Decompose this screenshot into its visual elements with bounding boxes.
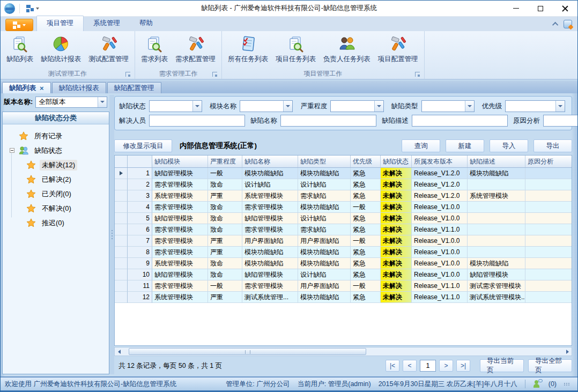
doc-tab-defect-list[interactable]: 缺陷列表 ×	[2, 82, 51, 93]
export-button[interactable]: 导出	[533, 139, 572, 152]
defect-type-filter[interactable]	[421, 100, 475, 112]
table-cell[interactable]: 需求管理模块	[242, 202, 298, 213]
table-cell[interactable]: 需求管理模块	[152, 235, 208, 247]
column-header[interactable]: 原因分析	[525, 156, 572, 167]
dropdown-button[interactable]	[192, 101, 202, 112]
table-cell[interactable]	[525, 280, 572, 292]
table-cell[interactable]: 测试系统管理模块...	[468, 292, 525, 303]
table-cell[interactable]: 紧急	[351, 179, 381, 190]
horizontal-scrollbar[interactable]	[114, 347, 572, 356]
table-cell[interactable]: 未解决	[381, 292, 412, 303]
table-cell[interactable]	[525, 247, 572, 258]
table-cell[interactable]	[468, 179, 525, 190]
resolver-input[interactable]	[149, 115, 245, 127]
table-cell[interactable]: 需求管理模块	[242, 224, 298, 235]
dialog-launcher-icon[interactable]	[212, 72, 217, 77]
table-cell[interactable]: 紧急	[351, 190, 381, 202]
ribbon-button-project-tasks[interactable]: 项目任务列表	[273, 33, 318, 65]
table-cell[interactable]: 系统管理模块	[468, 190, 525, 202]
table-row[interactable]: 8需求管理模块严重模块功能缺陷模块功能缺陷紧急未解决Release_V1.0.0	[115, 247, 572, 258]
table-cell[interactable]: 需求管理模块	[152, 280, 208, 292]
table-cell[interactable]: 未解决	[381, 235, 412, 247]
table-cell[interactable]	[525, 235, 572, 247]
table-cell[interactable]: 模块功能缺陷	[242, 168, 298, 179]
table-cell[interactable]: 需求管理模块	[152, 224, 208, 235]
table-cell[interactable]: 用户界面缺陷	[298, 280, 351, 292]
table-row[interactable]: 11需求管理模块一般需求管理模块用户界面缺陷一般未解决Release_V1.1.…	[115, 280, 572, 292]
import-button[interactable]: 导入	[490, 139, 528, 152]
column-header[interactable]: 缺陷描述	[468, 156, 525, 167]
table-cell[interactable]: 紧急	[351, 213, 381, 224]
prev-page-button[interactable]: <	[403, 360, 417, 372]
table-cell[interactable]: 未解决	[381, 224, 412, 235]
table-cell[interactable]: 需求管理模块	[242, 280, 298, 292]
help-icon[interactable]	[564, 20, 572, 28]
table-cell[interactable]: 模块功能缺陷	[242, 247, 298, 258]
ribbon-button-all-tasks[interactable]: 所有任务列表	[225, 33, 271, 65]
tree-item-closed[interactable]: 已关闭(0)	[10, 187, 109, 201]
table-cell[interactable]: 设计缺陷	[298, 269, 351, 280]
table-cell[interactable]: 紧急	[351, 258, 381, 269]
table-row[interactable]: 4需求管理模块致命需求管理模块模块功能缺陷一般未解决Release_V1.0.0	[115, 202, 572, 213]
table-cell[interactable]: 严重	[208, 235, 242, 247]
table-cell[interactable]: 缺陷管理模块	[152, 213, 208, 224]
application-menu-button[interactable]	[5, 19, 33, 31]
table-cell[interactable]: 模块功能缺陷	[468, 168, 525, 179]
table-cell[interactable]	[525, 292, 572, 303]
table-cell[interactable]: 缺陷管理模块	[152, 269, 208, 280]
table-cell[interactable]	[525, 190, 572, 202]
table-cell[interactable]: 未解决	[381, 269, 412, 280]
table-cell[interactable]: 需求管理模块	[152, 247, 208, 258]
table-cell[interactable]: 致命	[208, 269, 242, 280]
column-header[interactable]: 缺陷状态	[381, 156, 412, 167]
table-cell[interactable]: 严重	[208, 247, 242, 258]
scrollbar-thumb[interactable]	[129, 348, 366, 355]
table-cell[interactable]: Release_V1.0.0	[412, 258, 468, 269]
table-cell[interactable]: Release_V1.2.0	[412, 190, 468, 202]
column-header[interactable]: 缺陷模块	[152, 156, 208, 167]
last-page-button[interactable]: >|	[456, 360, 470, 372]
table-cell[interactable]: 系统管理模块	[152, 292, 208, 303]
table-cell[interactable]: 缺陷管理模块	[152, 168, 208, 179]
table-row[interactable]: 1缺陷管理模块一般模块功能缺陷模块功能缺陷紧急未解决Release_V1.2.0…	[115, 168, 572, 179]
table-cell[interactable]: 紧急	[351, 269, 381, 280]
quick-access-toolbar-button[interactable]	[24, 4, 41, 13]
user-message-icon[interactable]	[533, 380, 541, 388]
scroll-right-button[interactable]	[563, 347, 572, 356]
ribbon-tab-system[interactable]: 系统管理	[84, 16, 130, 31]
table-row[interactable]: 10缺陷管理模块致命缺陷管理模块设计缺陷紧急未解决Release_V1.0.0缺…	[115, 269, 572, 280]
column-header[interactable]: 严重程度	[208, 156, 242, 167]
table-row[interactable]: 5缺陷管理模块致命缺陷管理模块设计缺陷紧急未解决Release_V1.0.0	[115, 213, 572, 224]
modify-columns-button[interactable]: 修改显示项目	[114, 139, 172, 152]
minimize-button[interactable]	[503, 1, 528, 16]
table-cell[interactable]: 未解决	[381, 168, 412, 179]
cause-analysis-input[interactable]	[543, 115, 578, 127]
tree-item-resolved[interactable]: 已解决(2)	[10, 172, 109, 187]
doc-tab-defect-config[interactable]: 缺陷配置管理	[107, 82, 161, 93]
table-cell[interactable]: Release_V1.0.0	[412, 213, 468, 224]
defect-status-filter[interactable]	[149, 100, 202, 112]
table-cell[interactable]: 紧急	[351, 292, 381, 303]
table-cell[interactable]: 系统管理模块	[152, 190, 208, 202]
table-cell[interactable]: 一般	[208, 280, 242, 292]
table-cell[interactable]: 紧急	[351, 224, 381, 235]
table-cell[interactable]: 系统管理模块	[242, 190, 298, 202]
doc-tab-defect-report[interactable]: 缺陷统计报表	[52, 82, 106, 93]
dropdown-button[interactable]	[465, 101, 474, 112]
table-cell[interactable]: 一般	[351, 202, 381, 213]
table-cell[interactable]: 致命	[208, 258, 242, 269]
table-cell[interactable]: 模块功能缺陷	[468, 258, 525, 269]
ribbon-button-project-config[interactable]: 项目配置管理	[375, 33, 421, 65]
table-cell[interactable]: 模块功能缺陷	[298, 247, 351, 258]
table-cell[interactable]: 模块功能缺陷	[298, 168, 351, 179]
table-cell[interactable]: 未解决	[381, 213, 412, 224]
severity-filter[interactable]	[330, 100, 383, 112]
table-cell[interactable]: Release_V1.1.0	[412, 292, 468, 303]
collapse-node-icon[interactable]	[10, 148, 14, 153]
table-cell[interactable]: 紧急	[351, 247, 381, 258]
table-cell[interactable]: 测试系统管理...	[242, 292, 298, 303]
ribbon-button-owner-tasks[interactable]: 负责人任务列表	[321, 33, 373, 65]
table-cell[interactable]: Release_V1.0.0	[412, 235, 468, 247]
table-cell[interactable]	[525, 179, 572, 190]
table-cell[interactable]	[525, 269, 572, 280]
